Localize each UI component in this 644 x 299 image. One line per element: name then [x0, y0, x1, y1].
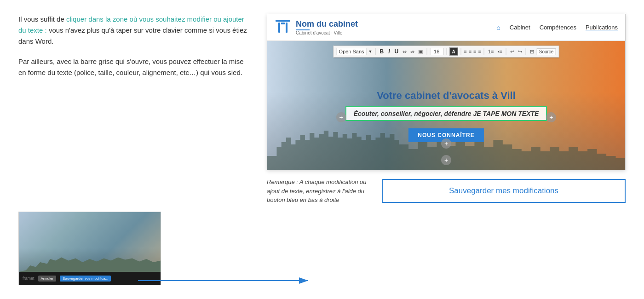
toolbar-font-color-button[interactable]: A	[449, 47, 458, 56]
logo-icon	[275, 18, 291, 37]
left-panel: Il vous suffit de cliquer dans la zone o…	[18, 14, 248, 285]
svg-rect-3	[278, 23, 280, 33]
mockup-nav-right: ⌂ Cabinet Compétences Publications	[496, 24, 618, 31]
mockup-nav: Nom du cabinet Cabinet d'avocat · Ville …	[267, 14, 625, 41]
hero-add-bottom-button[interactable]: +	[441, 155, 451, 165]
thumbnail-image: framet Annuler Sauvegarder vos modifica.…	[18, 212, 161, 285]
remark-save-area: Remarque : A chaque modification ou ajou…	[267, 178, 626, 205]
toolbar-separator-4	[460, 48, 461, 55]
mockup-hero: Open Sans ▼ B I U ⇔ ⇏ ▣ 16 A ≡ ≡ ≡ ≡ 1≡	[267, 41, 625, 170]
toolbar-image-icon[interactable]: ▣	[417, 48, 424, 55]
toolbar-table-icon[interactable]: ⊞	[529, 48, 535, 55]
toolbar-font-selector[interactable]: Open Sans	[337, 48, 367, 55]
nav-item-publications[interactable]: Publications	[586, 24, 618, 31]
remark-text: Remarque : A chaque modification ou ajou…	[267, 178, 368, 205]
arrow-svg	[138, 276, 313, 299]
toolbar-list-ul-icon[interactable]: •≡	[496, 48, 503, 55]
hero-add-right-button[interactable]: +	[546, 112, 556, 122]
toolbar-align-center[interactable]: ≡	[469, 49, 472, 54]
mockup-logo: Nom du cabinet Cabinet d'avocat · Ville	[275, 18, 358, 37]
nav-item-cabinet[interactable]: Cabinet	[510, 24, 530, 31]
thumbnail-save-button[interactable]: Sauvegarder vos modifica...	[60, 276, 111, 282]
toolbar-link-icon[interactable]: ⇔	[402, 48, 408, 55]
toolbar-underline-button[interactable]: U	[393, 48, 400, 55]
toolbar-separator-7	[526, 48, 526, 55]
toolbar-separator-5	[484, 48, 484, 55]
toolbar-undo-icon[interactable]: ↩	[509, 48, 515, 55]
toolbar-list-ol-icon[interactable]: 1≡	[487, 48, 495, 55]
hero-subtitle-wrapper: + Écouter, conseiller, négocier, défendr…	[345, 106, 547, 128]
toolbar-dropdown-icon[interactable]: ▼	[368, 49, 373, 54]
svg-rect-2	[276, 20, 290, 22]
home-icon[interactable]: ⌂	[496, 24, 500, 31]
hero-title[interactable]: Votre cabinet d'avocats à Vill	[285, 90, 607, 102]
thumbnail-area: framet Annuler Sauvegarder vos modifica.…	[18, 212, 161, 285]
toolbar-unlink-icon[interactable]: ⇏	[409, 48, 415, 55]
toolbar-align-justify[interactable]: ≡	[478, 49, 481, 54]
bottom-row: framet Annuler Sauvegarder vos modifica.…	[18, 212, 248, 285]
hero-subtitle-box[interactable]: Écouter, conseiller, négocier, défendre …	[345, 106, 547, 121]
hero-add-middle-button[interactable]: +	[441, 138, 451, 149]
nav-item-competences[interactable]: Compétences	[540, 24, 576, 31]
mockup-toolbar: Open Sans ▼ B I U ⇔ ⇏ ▣ 16 A ≡ ≡ ≡ ≡ 1≡	[334, 46, 559, 58]
instruction-paragraph-2: Par ailleurs, avec la barre grise qui s'…	[18, 56, 248, 78]
toolbar-source-button[interactable]: Source	[537, 48, 556, 55]
save-modifications-button[interactable]: Sauvegarder mes modifications	[382, 179, 626, 203]
toolbar-separator-6	[506, 48, 506, 55]
toolbar-align-right[interactable]: ≡	[473, 49, 476, 54]
toolbar-font-size[interactable]: 16	[430, 48, 443, 55]
instruction-text-plain: Il vous suffit de	[18, 15, 66, 23]
thumbnail-label: framet	[23, 276, 34, 281]
hero-add-left-button[interactable]: +	[336, 112, 346, 122]
hero-content: Votre cabinet d'avocats à Vill + Écouter…	[285, 90, 607, 142]
svg-rect-5	[281, 23, 285, 24]
toolbar-align-left[interactable]: ≡	[464, 49, 466, 54]
toolbar-separator-2	[426, 48, 427, 55]
toolbar-separator-1	[375, 48, 376, 55]
logo-title: Nom du cabinet	[296, 19, 358, 29]
logo-text: Nom du cabinet Cabinet d'avocat · Ville	[296, 19, 358, 35]
svg-rect-4	[286, 23, 288, 33]
toolbar-redo-icon[interactable]: ↪	[517, 48, 523, 55]
right-panel: Nom du cabinet Cabinet d'avocat · Ville …	[267, 14, 626, 285]
instruction-text-rest: vous n'avez plus qu'à taper sur votre cl…	[18, 26, 247, 45]
toolbar-separator-3	[446, 48, 447, 55]
toolbar-italic-button[interactable]: I	[387, 48, 391, 55]
browser-mockup: Nom du cabinet Cabinet d'avocat · Ville …	[267, 14, 626, 170]
thumbnail-cancel-button[interactable]: Annuler	[38, 276, 57, 282]
logo-subtitle: Cabinet d'avocat · Ville	[296, 30, 358, 35]
toolbar-bold-button[interactable]: B	[379, 48, 385, 55]
instruction-paragraph-1: Il vous suffit de cliquer dans la zone o…	[18, 14, 248, 47]
